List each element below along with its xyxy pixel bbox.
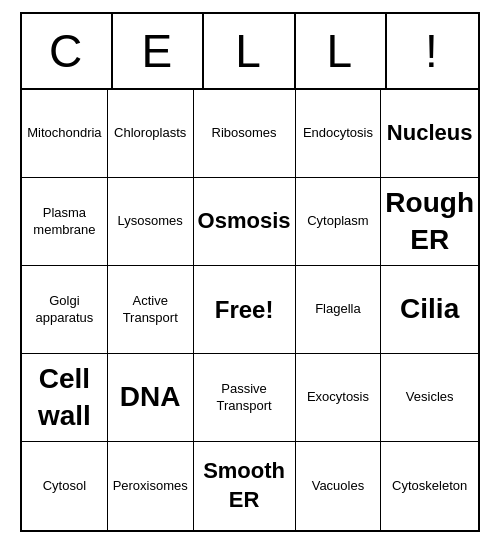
bingo-cell-17: Passive Transport bbox=[194, 354, 296, 442]
bingo-cell-23: Vacuoles bbox=[296, 442, 382, 530]
title-letter-1: E bbox=[113, 14, 204, 88]
bingo-cell-13: Flagella bbox=[296, 266, 382, 354]
bingo-cell-15: Cell wall bbox=[22, 354, 108, 442]
title-letter-4: ! bbox=[387, 14, 478, 88]
bingo-cell-0: Mitochondria bbox=[22, 90, 108, 178]
bingo-cell-22: Smooth ER bbox=[194, 442, 296, 530]
bingo-cell-18: Exocytosis bbox=[296, 354, 382, 442]
bingo-cell-1: Chloroplasts bbox=[108, 90, 194, 178]
title-letter-0: C bbox=[22, 14, 113, 88]
bingo-cell-5: Plasma membrane bbox=[22, 178, 108, 266]
bingo-cell-8: Cytoplasm bbox=[296, 178, 382, 266]
title-letter-2: L bbox=[204, 14, 295, 88]
bingo-cell-9: Rough ER bbox=[381, 178, 478, 266]
bingo-cell-16: DNA bbox=[108, 354, 194, 442]
title-letter-3: L bbox=[296, 14, 387, 88]
bingo-card: CELL! MitochondriaChloroplastsRibosomesE… bbox=[20, 12, 480, 532]
bingo-cell-3: Endocytosis bbox=[296, 90, 382, 178]
bingo-cell-12: Free! bbox=[194, 266, 296, 354]
bingo-cell-14: Cilia bbox=[381, 266, 478, 354]
bingo-cell-4: Nucleus bbox=[381, 90, 478, 178]
bingo-grid: MitochondriaChloroplastsRibosomesEndocyt… bbox=[22, 90, 478, 530]
bingo-cell-21: Peroxisomes bbox=[108, 442, 194, 530]
bingo-title: CELL! bbox=[22, 14, 478, 90]
bingo-cell-20: Cytosol bbox=[22, 442, 108, 530]
bingo-cell-24: Cytoskeleton bbox=[381, 442, 478, 530]
bingo-cell-2: Ribosomes bbox=[194, 90, 296, 178]
bingo-cell-7: Osmosis bbox=[194, 178, 296, 266]
bingo-cell-10: Golgi apparatus bbox=[22, 266, 108, 354]
bingo-cell-11: Active Transport bbox=[108, 266, 194, 354]
bingo-cell-19: Vesicles bbox=[381, 354, 478, 442]
bingo-cell-6: Lysosomes bbox=[108, 178, 194, 266]
